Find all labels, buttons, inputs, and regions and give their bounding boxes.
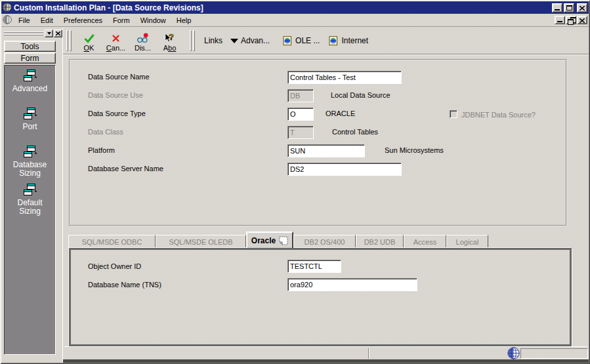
window-bottom-edge — [63, 359, 589, 363]
database-tabs: SQL/MSDE ODBC SQL/MSDE OLEDB Oracle DB2 … — [68, 234, 488, 248]
window-title: Custom Installation Plan - [Data Source … — [14, 3, 203, 12]
database-server-name-label: Database Server Name — [88, 165, 163, 172]
data-class-description: Control Tables — [332, 128, 378, 136]
menu-bar: File Edit Preferences Form Window Help — [1, 14, 589, 27]
data-class-label: Data Class — [88, 128, 123, 136]
toolbar-grip[interactable] — [190, 30, 195, 51]
menu-item-help[interactable]: Help — [171, 15, 197, 26]
data-source-use-input — [287, 89, 314, 102]
data-source-type-input[interactable] — [287, 108, 314, 121]
app-window: Custom Installation Plan - [Data Source … — [0, 0, 590, 364]
glasses-icon — [137, 33, 149, 43]
database-name-tns-label: Database Name (TNS) — [88, 281, 161, 289]
tab-sql-msde-odbc[interactable]: SQL/MSDE ODBC — [68, 235, 156, 248]
jdbnet-checkbox-label: JDBNET Data Source? — [461, 111, 536, 119]
sidebar-item-port[interactable]: Port — [5, 108, 55, 131]
minimize-button[interactable] — [552, 3, 562, 12]
menu-item-window[interactable]: Window — [135, 15, 171, 26]
menu-item-file[interactable]: File — [13, 15, 35, 26]
about-button[interactable]: ? Abo — [156, 29, 183, 53]
cascade-windows-icon — [22, 146, 38, 158]
mdi-close-button[interactable] — [577, 16, 587, 24]
internet-button[interactable]: Internet — [329, 36, 368, 46]
links-label: Links — [204, 36, 222, 45]
data-source-type-label: Data Source Type — [88, 110, 146, 117]
toolbar: OK Can... Dis... ? — [63, 28, 589, 54]
cascade-windows-icon — [22, 184, 38, 196]
data-source-type-description: ORACLE — [326, 110, 355, 117]
jdbnet-checkbox — [450, 110, 457, 118]
menu-item-form[interactable]: Form — [108, 15, 135, 26]
status-bar — [64, 346, 587, 360]
form-exits-panel: Advanced Port — [4, 65, 56, 355]
toolbar-grip[interactable] — [66, 30, 72, 51]
cascade-windows-icon — [22, 108, 38, 120]
exit-bar: Tools Form Advanced — [1, 28, 62, 363]
page-globe-icon — [283, 36, 293, 46]
platform-label: Platform — [88, 146, 115, 154]
data-source-groupbox — [69, 59, 567, 226]
menu-item-preferences[interactable]: Preferences — [58, 15, 108, 26]
platform-input[interactable] — [287, 144, 365, 157]
data-class-input — [287, 126, 314, 139]
dropdown-arrow-icon[interactable] — [230, 39, 238, 47]
data-source-name-input[interactable] — [287, 71, 402, 84]
maximize-button[interactable] — [564, 3, 574, 12]
data-source-name-label: Data Source Name — [88, 73, 150, 81]
database-server-name-input[interactable] — [287, 163, 402, 176]
exit-bar-titlebar — [4, 29, 62, 37]
mdi-restore-button[interactable] — [566, 16, 576, 24]
data-source-use-label: Data Source Use — [88, 91, 143, 99]
tab-access[interactable]: Access — [404, 235, 446, 248]
sidebar-tab-tools[interactable]: Tools — [4, 41, 56, 52]
close-button[interactable] — [577, 3, 587, 12]
sidebar-tab-form[interactable]: Form — [4, 52, 56, 64]
main-panel: OK Can... Dis... ? — [62, 28, 589, 363]
object-owner-id-label: Object Owner ID — [88, 262, 141, 270]
data-source-use-description: Local Data Source — [331, 91, 390, 99]
tab-db2-udb[interactable]: DB2 UDB — [356, 235, 404, 248]
sidebar-item-default-sizing[interactable]: Default Sizing — [5, 184, 55, 216]
status-bar-divider — [368, 348, 369, 359]
cascade-windows-icon — [22, 70, 38, 82]
object-owner-id-input[interactable] — [287, 260, 341, 273]
cancel-button[interactable]: Can... — [102, 29, 129, 53]
database-name-tns-input[interactable] — [287, 278, 417, 291]
check-icon — [83, 33, 95, 43]
tab-oracle[interactable]: Oracle — [246, 232, 293, 248]
mdi-minimize-button[interactable] — [555, 16, 565, 24]
status-globe-icon — [507, 347, 520, 361]
status-panel — [520, 348, 588, 359]
sidebar-item-advanced[interactable]: Advanced — [5, 70, 55, 93]
page-globe-icon — [329, 36, 339, 46]
exit-bar-dropdown-button[interactable] — [45, 30, 53, 37]
ok-button[interactable]: OK — [75, 29, 102, 53]
platform-description: Sun Microsystems — [385, 146, 444, 154]
ole-button[interactable]: OLE ... — [283, 36, 320, 46]
help-pointer-icon: ? — [164, 33, 175, 43]
tab-logical[interactable]: Logical — [446, 235, 488, 248]
advanced-menu-button[interactable]: Advan... — [241, 36, 270, 45]
child-window-globe-icon[interactable] — [3, 15, 12, 26]
tab-db2-os400[interactable]: DB2 OS/400 — [293, 235, 356, 248]
sidebar-item-database-sizing[interactable]: Database Sizing — [5, 146, 55, 178]
title-bar: Custom Installation Plan - [Data Source … — [1, 1, 589, 14]
menu-item-edit[interactable]: Edit — [35, 15, 58, 26]
app-globe-icon — [3, 3, 12, 13]
cancel-x-icon — [111, 33, 121, 43]
display-button[interactable]: Dis... — [129, 29, 156, 53]
tab-sql-msde-oledb[interactable]: SQL/MSDE OLEDB — [156, 235, 246, 248]
exit-bar-grip[interactable] — [4, 30, 43, 37]
exit-bar-close-button[interactable] — [54, 30, 62, 37]
page-fold-icon — [279, 236, 288, 245]
